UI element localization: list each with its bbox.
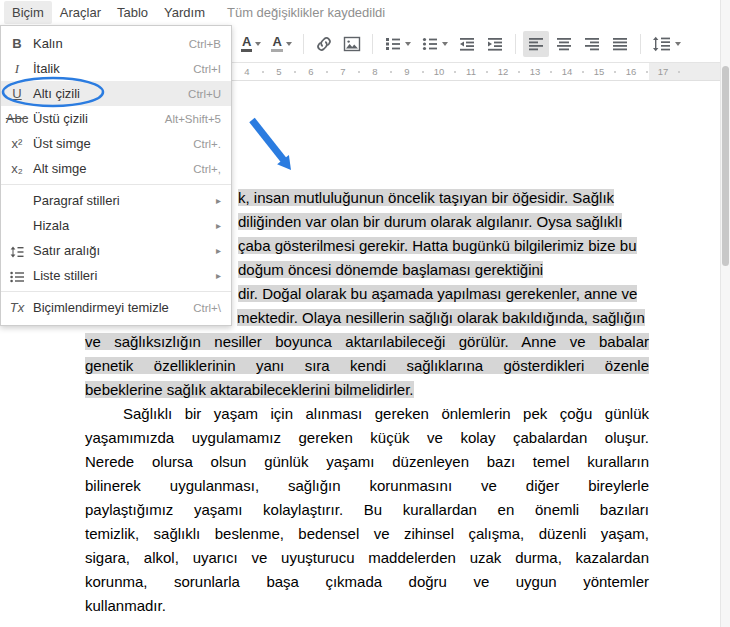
menu-item-label: Alt simge [33,161,193,176]
menu-item-paragraf-stilleri[interactable]: Paragraf stilleri ▸ [1,188,231,213]
selected-line: ve sağlıksızlığın nesiller boyunca aktar… [85,330,649,354]
menu-item-label: Kalın [33,36,189,51]
selection-highlight: ve sağlıksızlığın nesiller boyunca aktar… [85,333,649,350]
body-line: Sağlıklı bir yaşam için alınması gereken… [85,402,649,426]
menu-separator [1,184,231,185]
menu-item-shortcut: Ctrl+, [193,163,221,175]
menu-item-satir-araligi[interactable]: Satır aralığı ▸ [1,238,231,263]
selected-line: mektedir. Olaya nesillerin sağlığı olara… [237,306,645,330]
body-line: korunma, sorunlarla başa çıkmada doğru v… [85,570,649,594]
menu-item-label: Üst simge [33,136,193,151]
app-window: Biçim Araçlar Tablo Yardım Tüm değişikli… [0,0,730,627]
menu-separator [1,291,231,292]
menu-item-bicimlendirmeyi-temizle[interactable]: Tx Biçimlendirmeyi temizle Ctrl+\ [1,295,231,320]
selected-line: k, insan mutluluğunun öncelik taşıyan bi… [238,186,614,210]
list-styles-icon [1,268,33,283]
clear-formatting-icon: Tx [1,300,33,315]
selection-highlight: mektedir. Olaya nesillerin sağlığı olara… [237,309,645,326]
body-line: temizlik, sağlıklı beslenme, bedensel ve… [85,522,649,546]
selection-highlight: çaba gösterilmesi gerekir. Hatta bugünkü… [238,237,637,254]
selected-line: doğum öncesi dönemde başlaması gerektiği… [238,258,543,282]
superscript-icon: x² [1,136,33,151]
menu-item-label: İtalik [33,61,193,76]
selection-highlight: bebeklerine sağlık aktarabileceklerini b… [85,381,414,398]
body-line: bilinerek uygulanması, sağlığın korunmas… [85,474,649,498]
menu-item-label: Üstü çizili [33,111,165,126]
strikethrough-icon: Abc [1,111,33,126]
selection-highlight: genetik özelliklerinin yanı sıra kendi s… [85,357,649,374]
selected-line: genetik özelliklerinin yanı sıra kendi s… [85,354,649,378]
menu-item-shortcut: Ctrl+U [188,88,221,100]
scrollbar[interactable] [720,0,730,627]
body-line: sigara, alkol, uyarıcı ve uyuşturucu mad… [85,546,649,570]
menu-item-shortcut: Ctrl+I [193,63,221,75]
menu-item-kalin[interactable]: B Kalın Ctrl+B [1,31,231,56]
subscript-icon: x₂ [1,161,33,176]
menu-item-italik[interactable]: I İtalik Ctrl+I [1,56,231,81]
submenu-arrow-icon: ▸ [216,245,221,256]
menu-item-shortcut: Ctrl+\ [193,302,221,314]
italic-icon: I [1,61,33,77]
submenu-arrow-icon: ▸ [216,195,221,206]
menu-item-label: Altı çizili [33,86,188,101]
menu-item-liste-stilleri[interactable]: Liste stilleri ▸ [1,263,231,288]
selected-line: bebeklerine sağlık aktarabileceklerini b… [85,378,414,402]
format-menu: B Kalın Ctrl+B I İtalik Ctrl+I U Altı çi… [0,25,232,326]
menu-item-label: Paragraf stilleri [33,193,216,208]
selection-highlight: dir. Doğal olarak bu aşamada yapılması g… [238,285,637,302]
selected-line: çaba gösterilmesi gerekir. Hatta bugünkü… [238,234,637,258]
bold-icon: B [1,36,33,51]
body-line: kullanmadır. [85,594,649,618]
menu-item-hizala[interactable]: Hizala ▸ [1,213,231,238]
menu-item-label: Hizala [33,218,216,233]
submenu-arrow-icon: ▸ [216,220,221,231]
submenu-arrow-icon: ▸ [216,270,221,281]
scrollbar-thumb[interactable] [722,66,729,266]
selected-line: diliğinden var olan bir durum olarak alg… [238,210,622,234]
selection-highlight: k, insan mutluluğunun öncelik taşıyan bi… [238,189,614,206]
selected-line: dir. Doğal olarak bu aşamada yapılması g… [238,282,637,306]
selection-highlight: doğum öncesi dönemde başlaması gerektiği… [238,261,543,278]
menu-item-alti-cizili[interactable]: U Altı çizili Ctrl+U [1,81,231,106]
menu-item-alt-simge[interactable]: x₂ Alt simge Ctrl+, [1,156,231,181]
menu-item-label: Biçimlendirmeyi temizle [33,300,193,315]
menu-item-shortcut: Ctrl+. [193,138,221,150]
menu-item-ustu-cizili[interactable]: Abc Üstü çizili Alt+Shift+5 [1,106,231,131]
menu-item-label: Satır aralığı [33,243,216,258]
body-line: Nerede olursa olsun günlük yaşamı düzenl… [85,450,649,474]
menu-item-ust-simge[interactable]: x² Üst simge Ctrl+. [1,131,231,156]
menu-item-shortcut: Ctrl+B [189,38,221,50]
body-line: paylaştığımız yaşamı kolaylaştırır. Bu k… [85,498,649,522]
menu-item-label: Liste stilleri [33,268,216,283]
body-line: yaşamımızda uygulamamız gereken küçük ve… [85,426,649,450]
line-spacing-icon [1,243,33,258]
menu-item-shortcut: Alt+Shift+5 [165,113,221,125]
underline-icon: U [1,86,33,101]
selection-highlight: diliğinden var olan bir durum olarak alg… [238,213,622,230]
